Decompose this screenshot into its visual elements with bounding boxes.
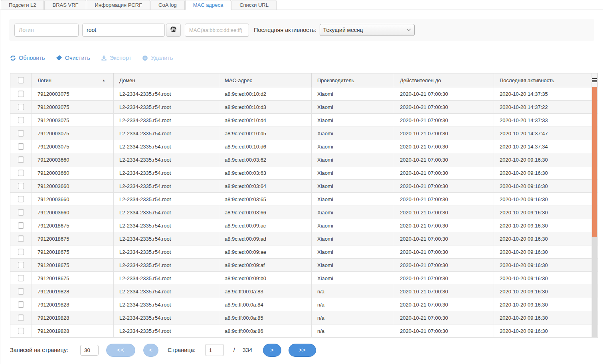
row-checkbox[interactable] [18,170,24,176]
row-checkbox[interactable] [18,262,24,268]
row-checkbox[interactable] [18,328,24,334]
tab-4[interactable]: CoA log [150,0,185,10]
column-header-valid-until[interactable]: Действителен до [394,73,494,87]
mac-input[interactable] [185,24,249,37]
cell-mac: a8:9c:ff:00:0a:83 [219,285,312,298]
last-activity-label: Последняя активность: [254,27,316,33]
row-checkbox[interactable] [18,288,24,295]
domain-input[interactable] [82,24,165,37]
cell-domain: L2-2334-2335.r54.root [114,219,219,232]
cell-login: 79120019828 [32,285,114,298]
column-header-mac[interactable]: MAC-адрес [219,73,312,87]
cell-valid-until: 2020-10-21 07:00:30 [394,114,494,127]
cell-domain: L2-2334-2335.r54.root [114,127,219,140]
cell-last-activity: 2020-10-20 09:16:30 [494,180,591,193]
row-checkbox[interactable] [18,196,24,202]
refresh-icon [10,55,16,61]
table-row: 79120018675L2-2334-2335.r54.roota8:9c:ed… [10,272,598,285]
table-row: 79120003075L2-2334-2335.r54.roota8:9c:ed… [10,127,598,140]
select-all-checkbox[interactable] [18,77,24,83]
table-row: 79120003075L2-2334-2335.r54.roota8:9c:ed… [10,114,598,127]
row-checkbox[interactable] [18,249,24,255]
row-checkbox[interactable] [18,143,24,150]
next-page-button[interactable]: > [263,344,281,357]
table-row: 79120003075L2-2334-2335.r54.roota8:9c:ed… [10,101,598,114]
menu-header-cell [591,73,598,87]
clear-button[interactable]: Очистить [56,55,90,61]
cell-login: 79120003075 [32,114,114,127]
row-checkbox-cell [10,311,32,324]
cell-mac: a8:9c:ed:00:03:64 [219,180,312,193]
cell-login: 79120018675 [32,259,114,272]
row-checkbox-cell [10,127,32,140]
pagination-bar: Записей на страницу: << < Страница: / 33… [10,343,603,357]
row-checkbox-cell [10,219,32,232]
column-header-last-activity[interactable]: Последняя активность [494,73,591,87]
vertical-scrollbar-thumb[interactable] [592,87,597,237]
last-activity-select[interactable]: Текущий месяц [320,24,415,36]
cell-last-activity: 2020-10-20 09:16:30 [494,206,591,219]
cell-valid-until: 2020-10-21 07:00:30 [394,206,494,219]
column-header-login[interactable]: Логин▲ [32,73,114,87]
cell-login: 79120003660 [32,166,114,180]
tab-5[interactable]: MAC адреса [185,0,231,10]
cell-login: 79120019828 [32,311,114,324]
column-header-domain[interactable]: Домен [114,73,219,87]
row-checkbox[interactable] [18,156,24,163]
first-page-button[interactable]: << [106,344,135,357]
table-row: 79120018675L2-2334-2335.r54.roota8:9c:ed… [10,245,598,259]
per-page-input[interactable] [80,345,99,356]
tab-6[interactable]: Списки URL [231,0,277,10]
columns-menu-button[interactable] [592,78,597,82]
table-row: 79120003660L2-2334-2335.r54.roota8:9c:ed… [10,180,598,193]
tab-2[interactable]: BRAS VRF [44,0,86,10]
cell-valid-until: 2020-10-21 07:00:30 [394,127,494,140]
last-page-button[interactable]: >> [289,344,316,357]
column-header-vendor[interactable]: Производитель [312,73,394,87]
total-pages: 334 [243,347,252,353]
tab-1[interactable]: Подсети L2 [1,0,44,10]
cell-valid-until: 2020-10-21 07:00:30 [394,245,494,259]
table-row: 79120019828L2-2334-2335.r54.roota8:9c:ff… [10,285,598,298]
cell-login: 79120019828 [32,324,114,338]
cell-mac: a8:9c:ed:00:09:ac [219,219,312,232]
cell-login: 79120003075 [32,101,114,114]
cell-mac: a8:9c:ed:00:10:d6 [219,140,312,153]
domain-lookup-button[interactable] [166,24,181,37]
row-checkbox[interactable] [18,222,24,229]
cell-domain: L2-2334-2335.r54.root [114,153,219,166]
vertical-scrollbar-track[interactable] [592,87,597,337]
cell-vendor: Xiaomi [312,114,394,127]
table-row: 79120018675L2-2334-2335.r54.roota8:9c:ed… [10,259,598,272]
row-checkbox[interactable] [18,91,24,97]
table-row: 79120018675L2-2334-2335.r54.roota8:9c:ed… [10,232,598,245]
delete-button-label: Удалить [151,55,173,61]
row-checkbox[interactable] [18,301,24,308]
row-checkbox-cell [10,259,32,272]
row-checkbox-cell [10,245,32,259]
row-checkbox[interactable] [18,315,24,321]
row-checkbox-cell [10,285,32,298]
page-label: Страница: [168,347,196,353]
cell-login: 79120018675 [32,232,114,245]
row-checkbox[interactable] [18,130,24,136]
page-input[interactable] [205,344,224,356]
row-checkbox[interactable] [18,104,24,110]
tab-3[interactable]: Информация PCRF [87,0,150,10]
cell-vendor: Xiaomi [312,206,394,219]
mac-table: Логин▲ДоменMAC-адресПроизводительДействи… [10,73,597,338]
table-row: 79120003660L2-2334-2335.r54.roota8:9c:ed… [10,206,598,219]
row-checkbox[interactable] [18,235,24,242]
delete-button[interactable]: Удалить [142,55,173,61]
row-checkbox[interactable] [18,117,24,123]
cell-vendor: Xiaomi [312,127,394,140]
cell-valid-until: 2020-10-21 07:00:30 [394,272,494,285]
row-checkbox[interactable] [18,275,24,281]
cell-valid-until: 2020-10-21 07:00:30 [394,193,494,206]
row-checkbox[interactable] [18,183,24,189]
login-input[interactable] [14,24,79,37]
export-button[interactable]: Экспорт [101,55,131,61]
row-checkbox[interactable] [18,209,24,216]
refresh-button[interactable]: Обновить [10,55,45,61]
previous-page-button[interactable]: < [143,344,158,357]
